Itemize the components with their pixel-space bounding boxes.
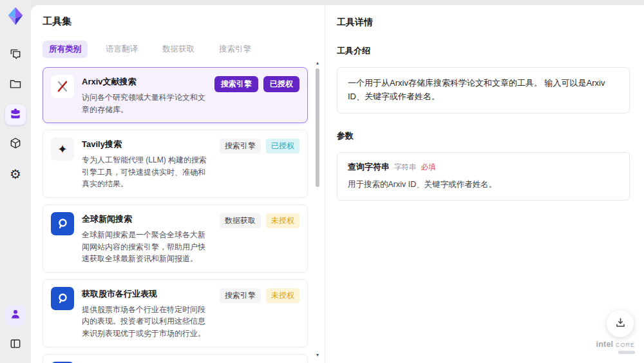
tool-item-global-news[interactable]: 全球新闻搜索 全球新闻搜索是一个聚合全球各大新闻网站内容的搜索引擎，帮助用户快速… — [43, 204, 308, 273]
tool-item-arxiv[interactable]: Arxiv文献搜索 访问各个研究领域大量科学论文和文章的存储库。 搜索引擎 已授… — [43, 67, 308, 123]
intro-heading: 工具介绍 — [337, 45, 630, 57]
list-scrollbar[interactable]: ▴ ▾ — [314, 61, 321, 358]
tab-language-translation[interactable]: 语言翻译 — [99, 41, 144, 58]
scrollbar-thumb[interactable] — [316, 68, 319, 187]
param-name: 查询字符串 — [348, 161, 390, 173]
sidebar: ⚙ — [0, 0, 31, 363]
logo-underline — [618, 351, 635, 354]
params-heading: 参数 — [337, 130, 630, 142]
search-app-icon — [51, 287, 74, 310]
tool-item-sector-performance[interactable]: 获取股市各行业表现 提供股票市场各个行业在特定时间段内的表现。投资者可以利用这些… — [43, 279, 308, 348]
status-badge: 未授权 — [266, 288, 299, 303]
category-badge: 搜索引擎 — [214, 76, 258, 92]
tool-list: Arxiv文献搜索 访问各个研究领域大量科学论文和文章的存储库。 搜索引擎 已授… — [43, 67, 325, 363]
tool-item-tavily[interactable]: ✦ Tavily搜索 专为人工智能代理 (LLM) 构建的搜索引擎工具，可快速提… — [43, 130, 308, 198]
status-badge: 未授权 — [266, 213, 299, 228]
scroll-down-icon[interactable]: ▾ — [314, 353, 321, 358]
tab-all-categories[interactable]: 所有类别 — [43, 41, 88, 58]
briefcase-icon — [9, 107, 22, 123]
sidebar-item-files[interactable] — [5, 75, 26, 95]
scroll-up-icon[interactable]: ▴ — [314, 61, 321, 66]
intro-box: 一个用于从Arxiv存储库搜索科学论文和文章的工具。 输入可以是Arxiv ID… — [337, 67, 630, 113]
tab-data-fetch[interactable]: 数据获取 — [156, 41, 201, 58]
core-logo-text: core — [616, 340, 635, 349]
param-type: 字符串 — [394, 162, 417, 172]
status-badge: 已授权 — [263, 76, 299, 92]
param-desc: 用于搜索的Arxiv ID、关键字或作者姓名。 — [348, 179, 619, 190]
gear-icon: ⚙ — [10, 168, 21, 181]
download-icon — [614, 317, 627, 331]
tool-detail-panel: 工具详情 工具介绍 一个用于从Arxiv存储库搜索科学论文和文章的工具。 输入可… — [325, 5, 644, 363]
tab-search-engine[interactable]: 搜索引擎 — [213, 41, 258, 58]
sidebar-item-panel-toggle[interactable] — [5, 335, 26, 355]
user-icon — [9, 308, 22, 323]
sidebar-item-chat[interactable] — [5, 45, 26, 66]
tool-desc: 提供股票市场各个行业在特定时间段内的表现。投资者可以利用这些信息来识别表现优于或… — [82, 304, 212, 340]
sidebar-item-user[interactable] — [5, 305, 26, 326]
tool-item-active-stocks[interactable]: 获取市场最活跃股票信息 提供当天交易量最高的股票列表，投资者可以利用这些信息来识… — [43, 354, 308, 363]
chat-icon — [9, 48, 22, 63]
status-badge: 已授权 — [266, 139, 299, 153]
tool-desc: 专为人工智能代理 (LLM) 构建的搜索引擎工具，可快速提供实时、准确和真实的结… — [82, 154, 212, 190]
tool-desc: 全球新闻搜索是一个聚合全球各大新闻网站内容的搜索引擎，帮助用户快速获取全球最新资… — [82, 229, 212, 265]
download-button[interactable] — [607, 310, 634, 337]
cube-icon — [9, 137, 22, 152]
sparkle-icon: ✦ — [51, 137, 74, 161]
detail-title: 工具详情 — [337, 17, 630, 28]
page-title: 工具集 — [43, 15, 325, 28]
tool-title: Tavily搜索 — [82, 139, 212, 150]
intel-logo-text: intel — [596, 340, 614, 349]
intel-core-logo: intel core — [596, 340, 635, 354]
tool-title: 全球新闻搜索 — [82, 213, 212, 225]
category-badge: 数据获取 — [220, 213, 261, 228]
tool-desc: 访问各个研究领域大量科学论文和文章的存储库。 — [82, 92, 207, 115]
tool-title: Arxiv文献搜索 — [82, 76, 207, 88]
search-app-icon — [51, 212, 74, 235]
category-badge: 搜索引擎 — [220, 139, 261, 153]
category-badge: 搜索引擎 — [220, 288, 261, 303]
tool-title: 获取股市各行业表现 — [82, 288, 212, 300]
tool-list-panel: 工具集 所有类别 语言翻译 数据获取 搜索引擎 Arxiv文献搜索 访问各个研究… — [31, 5, 325, 363]
sidebar-item-models[interactable] — [5, 134, 26, 155]
category-tabs: 所有类别 语言翻译 数据获取 搜索引擎 — [43, 41, 325, 58]
folder-icon — [9, 77, 22, 93]
sidebar-item-settings[interactable]: ⚙ — [5, 164, 26, 184]
param-required-badge: 必填 — [421, 162, 436, 172]
app-logo — [6, 6, 25, 26]
sidebar-item-tools[interactable] — [5, 104, 26, 125]
panel-toggle-icon — [9, 337, 22, 353]
param-box: 查询字符串 字符串 必填 用于搜索的Arxiv ID、关键字或作者姓名。 — [337, 152, 630, 201]
arxiv-icon — [51, 75, 74, 98]
main-card: 工具集 所有类别 语言翻译 数据获取 搜索引擎 Arxiv文献搜索 访问各个研究… — [31, 5, 644, 363]
